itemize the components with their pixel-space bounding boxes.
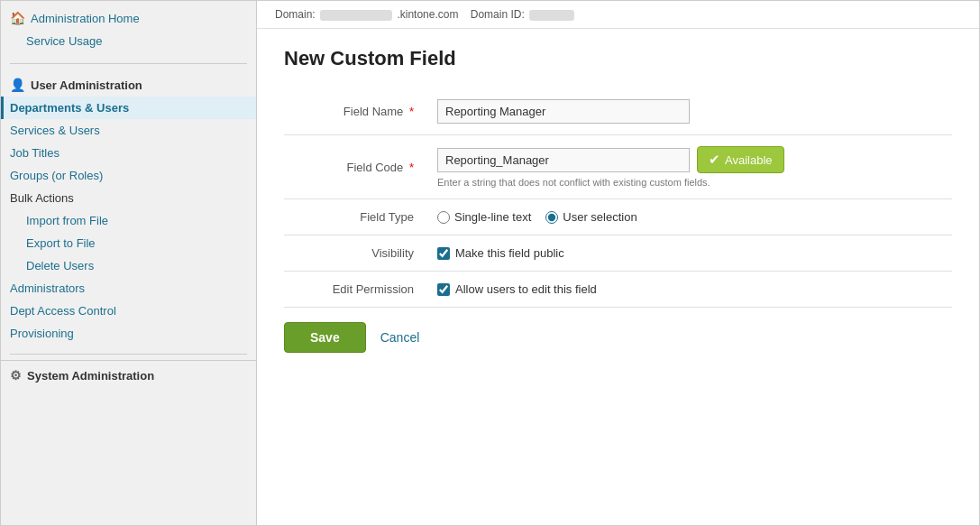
page-title: New Custom Field <box>284 47 952 70</box>
radio-user-selection[interactable]: User selection <box>545 210 637 224</box>
sidebar-item-export-to-file[interactable]: Export to File <box>1 232 256 254</box>
sidebar-item-provisioning[interactable]: Provisioning <box>1 322 256 345</box>
domain-bar: Domain: .kintone.com Domain ID: <box>257 1 979 29</box>
field-code-note: Enter a string that does not conflict wi… <box>437 177 943 188</box>
sidebar-section-user-admin: 👤 User Administration Departments & User… <box>1 69 256 348</box>
field-name-input[interactable] <box>437 99 690 124</box>
sidebar-item-groups-roles[interactable]: Groups (or Roles) <box>1 164 256 187</box>
available-button[interactable]: ✔ Available <box>697 146 784 173</box>
sidebar-item-delete-users[interactable]: Delete Users <box>1 254 256 277</box>
field-code-input[interactable] <box>437 148 690 172</box>
sidebar: 🏠 Administration Home Service Usage 👤 Us… <box>1 1 257 525</box>
edit-permission-checkbox-option[interactable]: Allow users to edit this field <box>437 282 943 296</box>
field-code-cell: ✔ Available Enter a string that does not… <box>428 135 952 199</box>
save-button[interactable]: Save <box>284 322 366 353</box>
delete-users-label: Delete Users <box>26 259 94 272</box>
edit-permission-cell: Allow users to edit this field <box>428 272 952 308</box>
sidebar-bulk-actions-header: Bulk Actions <box>1 187 256 209</box>
sidebar-item-import-from-file[interactable]: Import from File <box>1 209 256 232</box>
radio-single-line-input[interactable] <box>437 211 450 224</box>
form-row-visibility: Visibility Make this field public <box>284 235 952 272</box>
system-admin-icon: ⚙ <box>10 368 22 383</box>
edit-permission-checkbox[interactable] <box>437 283 450 296</box>
visibility-cell: Make this field public <box>428 235 952 272</box>
sidebar-divider-2 <box>10 354 247 355</box>
visibility-checkbox-option[interactable]: Make this field public <box>437 246 943 260</box>
radio-single-line[interactable]: Single-line text <box>437 210 531 224</box>
radio-user-selection-input[interactable] <box>545 211 558 224</box>
visibility-label: Visibility <box>284 235 428 272</box>
domain-value-blurred <box>320 10 392 21</box>
cancel-button[interactable]: Cancel <box>380 330 420 345</box>
sidebar-item-admin-home[interactable]: 🏠 Administration Home <box>1 6 256 30</box>
main-content: Domain: .kintone.com Domain ID: New Cust… <box>257 1 979 525</box>
field-name-cell <box>428 88 952 135</box>
field-type-cell: Single-line text User selection <box>428 199 952 235</box>
field-code-row: ✔ Available <box>437 146 943 173</box>
sidebar-item-service-usage[interactable]: Service Usage <box>1 30 256 52</box>
sidebar-item-job-titles[interactable]: Job Titles <box>1 142 256 164</box>
check-icon: ✔ <box>709 152 720 168</box>
form-row-field-name: Field Name * <box>284 88 952 135</box>
form-actions: Save Cancel <box>284 322 952 353</box>
field-type-label: Field Type <box>284 199 428 235</box>
domain-id-blurred <box>529 10 574 21</box>
form-table: Field Name * Field Code * <box>284 88 952 308</box>
field-code-label: Field Code * <box>284 135 428 199</box>
home-icon: 🏠 <box>10 11 25 25</box>
visibility-checkbox[interactable] <box>437 247 450 260</box>
edit-permission-label: Edit Permission <box>284 272 428 308</box>
content-area: New Custom Field Field Name * Field Code <box>257 29 979 371</box>
sidebar-item-administrators[interactable]: Administrators <box>1 277 256 300</box>
form-row-field-code: Field Code * ✔ Available Enter a string … <box>284 135 952 199</box>
sidebar-item-services-users[interactable]: Services & Users <box>1 119 256 142</box>
form-row-edit-permission: Edit Permission Allow users to edit this… <box>284 272 952 308</box>
sidebar-item-dept-access-control[interactable]: Dept Access Control <box>1 300 256 322</box>
sidebar-header-user-admin: 👤 User Administration <box>1 73 256 97</box>
sidebar-item-departments-users[interactable]: Departments & Users <box>1 97 256 119</box>
field-type-radio-group: Single-line text User selection <box>437 210 943 224</box>
form-row-field-type: Field Type Single-line text User selecti… <box>284 199 952 235</box>
sidebar-system-admin[interactable]: ⚙ System Administration <box>1 360 256 390</box>
sidebar-divider-1 <box>10 63 247 64</box>
field-name-label: Field Name * <box>284 88 428 135</box>
user-admin-icon: 👤 <box>10 78 25 92</box>
